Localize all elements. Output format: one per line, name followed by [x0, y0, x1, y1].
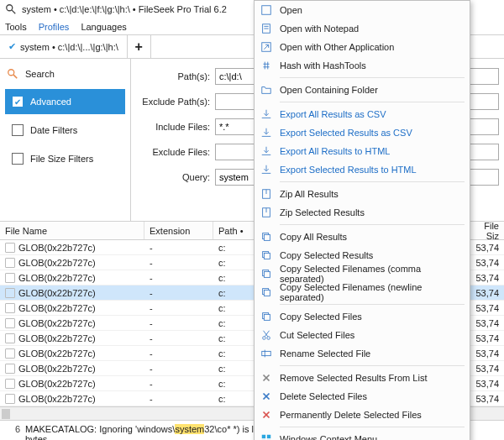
- scroll-thumb[interactable]: [2, 409, 10, 419]
- cell-size: 53,74: [467, 288, 504, 298]
- cell-filename: GLOB(0x22b727c): [18, 243, 96, 253]
- perm-delete-icon: [260, 408, 273, 422]
- ctx-export-sel-csv[interactable]: Export Selected Results as CSV: [255, 123, 470, 142]
- ctx-copy-fn-nl[interactable]: Copy Selected Filenames (newline separat…: [255, 283, 470, 301]
- ctx-perm-delete[interactable]: Permanently Delete Selected Files: [255, 406, 470, 424]
- ctx-rename[interactable]: Rename Selected File: [255, 344, 470, 363]
- ctx-export-all-html[interactable]: Export All Results to HTML: [255, 142, 470, 160]
- remove-icon: [260, 371, 273, 385]
- file-icon: [5, 288, 15, 298]
- cell-filename: GLOB(0x22b727c): [18, 258, 96, 268]
- ctx-windows-menu[interactable]: Windows Context Menu: [255, 430, 470, 440]
- svg-rect-36: [267, 435, 270, 438]
- window-title: system • c:\|d:\|e:\|f:\|g:\|h:\ • FileS…: [22, 4, 227, 14]
- svg-point-23: [263, 337, 266, 340]
- cell-size: 53,74: [467, 379, 504, 389]
- sidebar-item-label: Advanced: [30, 97, 71, 107]
- svg-rect-20: [264, 290, 270, 296]
- ctx-export-all-csv[interactable]: Export All Results as CSV: [255, 105, 470, 123]
- cell-extension: -: [144, 318, 213, 328]
- tab-active[interactable]: ✔ system • c:\|d:\|...\|g:\|h:\: [0, 35, 128, 59]
- cell-size: 53,74: [467, 258, 504, 268]
- cell-extension: -: [144, 364, 213, 374]
- ctx-hash[interactable]: Hash with HashTools: [255, 56, 470, 75]
- checkbox-date[interactable]: [12, 124, 24, 136]
- file-icon: [5, 379, 15, 389]
- sidebar-item-date[interactable]: Date Filters: [5, 118, 125, 143]
- sidebar-item-filesize[interactable]: File Size Filters: [5, 146, 125, 171]
- preview-line-no: 6: [5, 424, 20, 434]
- separator: [280, 224, 465, 225]
- checkbox-filesize[interactable]: [12, 153, 24, 165]
- separator: [280, 77, 465, 78]
- svg-rect-35: [262, 435, 265, 438]
- cell-extension: -: [144, 333, 213, 343]
- separator: [280, 427, 465, 427]
- tab-add-button[interactable]: +: [128, 35, 151, 59]
- menu-languages[interactable]: Languages: [81, 22, 126, 32]
- ctx-copy-all[interactable]: Copy All Results: [255, 228, 470, 246]
- sidebar-item-advanced[interactable]: ✔ Advanced: [5, 89, 125, 114]
- ctx-copy-files[interactable]: Copy Selected Files: [255, 307, 470, 326]
- svg-point-2: [8, 70, 14, 76]
- cell-extension: -: [144, 273, 213, 283]
- app-icon: [5, 3, 17, 15]
- cell-filename: GLOB(0x22b727c): [18, 364, 96, 374]
- file-icon: [5, 273, 15, 283]
- zip-icon: [260, 206, 273, 219]
- copy-icon: [260, 230, 273, 244]
- cell-extension: -: [144, 303, 213, 313]
- ctx-cut-files[interactable]: Cut Selected Files: [255, 326, 470, 344]
- ctx-remove[interactable]: Remove Selected Results From List: [255, 369, 470, 387]
- menu-tools[interactable]: Tools: [5, 22, 27, 32]
- ctx-zip-sel[interactable]: Zip Selected Results: [255, 203, 470, 222]
- cell-filename: GLOB(0x22b727c): [18, 333, 96, 343]
- svg-point-24: [267, 337, 270, 340]
- copy-icon: [260, 310, 273, 323]
- cell-size: 53,74: [467, 333, 504, 343]
- sidebar-search-label: Search: [25, 69, 55, 79]
- file-icon: [5, 394, 15, 404]
- file-icon: [5, 333, 15, 343]
- file-icon: [5, 318, 15, 328]
- ctx-delete[interactable]: Delete Selected Files: [255, 387, 470, 406]
- cell-extension: -: [144, 258, 213, 268]
- export-icon: [260, 107, 273, 121]
- svg-point-0: [7, 5, 13, 11]
- cell-size: 53,74: [467, 364, 504, 374]
- svg-rect-18: [264, 271, 270, 277]
- column-filename[interactable]: File Name: [0, 222, 144, 239]
- copy-icon: [260, 285, 273, 299]
- sidebar-search[interactable]: Search: [0, 62, 130, 86]
- cut-icon: [260, 328, 273, 342]
- ctx-open-notepad[interactable]: Open with Notepad: [255, 19, 470, 38]
- ctx-open-other[interactable]: Open with Other Application: [255, 38, 470, 56]
- cell-size: 53,74: [467, 318, 504, 328]
- cell-filename: GLOB(0x22b727c): [18, 318, 96, 328]
- cell-extension: -: [144, 394, 213, 404]
- separator: [280, 365, 465, 366]
- file-icon: [5, 364, 15, 374]
- sidebar-item-label: File Size Filters: [30, 154, 93, 164]
- ctx-open[interactable]: Open: [255, 1, 470, 19]
- column-extension[interactable]: Extension: [144, 222, 213, 239]
- checkbox-advanced[interactable]: ✔: [12, 96, 24, 107]
- svg-rect-14: [264, 234, 270, 240]
- include-files-label: Include Files:: [131, 122, 215, 132]
- ctx-copy-sel[interactable]: Copy Selected Results: [255, 246, 470, 265]
- menu-profiles[interactable]: Profiles: [39, 22, 70, 32]
- ctx-zip-all[interactable]: Zip All Results: [255, 185, 470, 203]
- svg-rect-27: [262, 351, 271, 355]
- ctx-copy-fn-comma[interactable]: Copy Selected Filenames (comma separated…: [255, 265, 470, 283]
- sidebar-item-label: Date Filters: [30, 125, 77, 135]
- separator: [280, 304, 465, 305]
- file-icon: [5, 348, 15, 359]
- cell-filename: GLOB(0x22b727c): [18, 288, 96, 298]
- notepad-icon: [260, 22, 273, 35]
- ctx-export-sel-html[interactable]: Export Selected Results to HTML: [255, 160, 470, 179]
- separator: [280, 181, 465, 182]
- column-size[interactable]: File Siz: [467, 222, 504, 239]
- context-menu: Open Open with Notepad Open with Other A…: [254, 0, 470, 440]
- ctx-open-folder[interactable]: Open Containing Folder: [255, 81, 470, 99]
- export-icon: [260, 163, 273, 176]
